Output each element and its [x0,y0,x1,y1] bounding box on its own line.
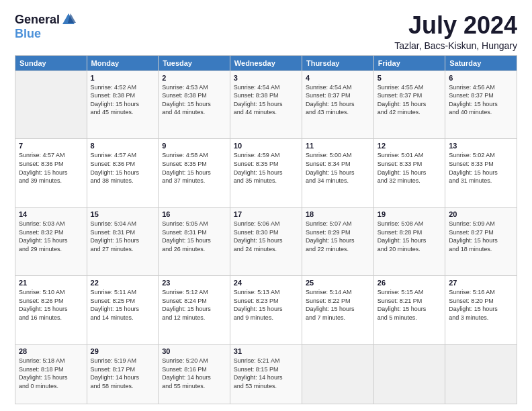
day-info: Sunrise: 5:13 AM Sunset: 8:23 PM Dayligh… [234,288,298,322]
day-info: Sunrise: 5:19 AM Sunset: 8:17 PM Dayligh… [91,357,155,390]
weekday-header-monday: Monday [87,55,159,71]
calendar-cell: 22Sunrise: 5:11 AM Sunset: 8:25 PM Dayli… [87,276,159,345]
day-number: 16 [162,210,226,218]
day-info: Sunrise: 5:15 AM Sunset: 8:21 PM Dayligh… [378,288,441,322]
logo-general-text: General [15,13,60,27]
day-info: Sunrise: 4:53 AM Sunset: 8:38 PM Dayligh… [162,83,226,117]
day-info: Sunrise: 5:12 AM Sunset: 8:24 PM Dayligh… [162,288,226,322]
day-number: 13 [449,142,513,150]
day-info: Sunrise: 4:55 AM Sunset: 8:37 PM Dayligh… [378,83,441,117]
day-info: Sunrise: 5:07 AM Sunset: 8:29 PM Dayligh… [306,220,370,253]
calendar-cell [302,344,373,404]
day-number: 1 [91,74,155,82]
calendar-cell: 5Sunrise: 4:55 AM Sunset: 8:37 PM Daylig… [373,71,445,139]
calendar-cell: 19Sunrise: 5:08 AM Sunset: 8:28 PM Dayli… [373,208,445,276]
calendar-cell: 3Sunrise: 4:54 AM Sunset: 8:38 PM Daylig… [230,71,302,139]
calendar-cell: 2Sunrise: 4:53 AM Sunset: 8:38 PM Daylig… [159,71,230,139]
calendar-cell: 26Sunrise: 5:15 AM Sunset: 8:21 PM Dayli… [373,276,445,345]
day-info: Sunrise: 5:10 AM Sunset: 8:26 PM Dayligh… [19,288,83,322]
day-info: Sunrise: 5:18 AM Sunset: 8:18 PM Dayligh… [19,357,83,390]
calendar-cell: 4Sunrise: 4:54 AM Sunset: 8:37 PM Daylig… [302,71,373,139]
calendar-cell: 18Sunrise: 5:07 AM Sunset: 8:29 PM Dayli… [302,208,373,276]
day-info: Sunrise: 4:57 AM Sunset: 8:36 PM Dayligh… [91,151,155,185]
header-right: July 2024 Tazlar, Bacs-Kiskun, Hungary [394,12,517,51]
day-number: 7 [19,142,83,150]
day-number: 2 [162,74,226,82]
calendar-cell: 12Sunrise: 5:01 AM Sunset: 8:33 PM Dayli… [373,139,445,208]
day-info: Sunrise: 5:11 AM Sunset: 8:25 PM Dayligh… [91,288,155,322]
calendar-cell: 13Sunrise: 5:02 AM Sunset: 8:33 PM Dayli… [445,139,517,208]
day-info: Sunrise: 5:09 AM Sunset: 8:27 PM Dayligh… [449,220,513,253]
day-number: 25 [306,279,370,287]
calendar-cell: 11Sunrise: 5:00 AM Sunset: 8:34 PM Dayli… [302,139,373,208]
calendar-cell: 20Sunrise: 5:09 AM Sunset: 8:27 PM Dayli… [445,208,517,276]
calendar-cell: 17Sunrise: 5:06 AM Sunset: 8:30 PM Dayli… [230,208,302,276]
day-info: Sunrise: 5:03 AM Sunset: 8:32 PM Dayligh… [19,220,83,253]
day-info: Sunrise: 5:00 AM Sunset: 8:34 PM Dayligh… [306,151,370,185]
calendar-cell: 15Sunrise: 5:04 AM Sunset: 8:31 PM Dayli… [87,208,159,276]
day-info: Sunrise: 4:54 AM Sunset: 8:37 PM Dayligh… [306,83,370,117]
day-number: 9 [162,142,226,150]
logo-blue-text: Blue [15,27,41,41]
calendar-cell: 6Sunrise: 4:56 AM Sunset: 8:37 PM Daylig… [445,71,517,139]
day-info: Sunrise: 4:52 AM Sunset: 8:38 PM Dayligh… [91,83,155,117]
day-info: Sunrise: 5:05 AM Sunset: 8:31 PM Dayligh… [162,220,226,253]
calendar-cell: 8Sunrise: 4:57 AM Sunset: 8:36 PM Daylig… [87,139,159,208]
weekday-header-sunday: Sunday [15,55,87,71]
header: General Blue July 2024 Tazlar, Bacs-Kisk… [15,12,517,51]
logo-icon [61,12,76,27]
day-number: 3 [234,74,298,82]
weekday-header-thursday: Thursday [302,55,373,71]
day-number: 20 [449,210,513,218]
day-info: Sunrise: 5:14 AM Sunset: 8:22 PM Dayligh… [306,288,370,322]
day-number: 27 [449,279,513,287]
calendar-cell: 9Sunrise: 4:58 AM Sunset: 8:35 PM Daylig… [159,139,230,208]
day-info: Sunrise: 5:21 AM Sunset: 8:15 PM Dayligh… [234,357,298,390]
day-number: 18 [306,210,370,218]
page: General Blue July 2024 Tazlar, Bacs-Kisk… [0,0,532,411]
day-number: 12 [378,142,441,150]
calendar-cell: 10Sunrise: 4:59 AM Sunset: 8:35 PM Dayli… [230,139,302,208]
day-number: 10 [234,142,298,150]
day-info: Sunrise: 5:02 AM Sunset: 8:33 PM Dayligh… [449,151,513,185]
weekday-header-row: SundayMondayTuesdayWednesdayThursdayFrid… [15,55,517,71]
calendar-cell: 16Sunrise: 5:05 AM Sunset: 8:31 PM Dayli… [159,208,230,276]
day-number: 28 [19,347,83,355]
calendar-cell [445,344,517,404]
day-number: 6 [449,74,513,82]
calendar-cell [373,344,445,404]
day-info: Sunrise: 4:57 AM Sunset: 8:36 PM Dayligh… [19,151,83,185]
day-number: 4 [306,74,370,82]
day-info: Sunrise: 5:16 AM Sunset: 8:20 PM Dayligh… [449,288,513,322]
calendar-cell: 7Sunrise: 4:57 AM Sunset: 8:36 PM Daylig… [15,139,87,208]
calendar-cell: 23Sunrise: 5:12 AM Sunset: 8:24 PM Dayli… [159,276,230,345]
calendar-cell [15,71,87,139]
day-info: Sunrise: 5:01 AM Sunset: 8:33 PM Dayligh… [378,151,441,185]
weekday-header-tuesday: Tuesday [159,55,230,71]
weekday-header-friday: Friday [373,55,445,71]
day-info: Sunrise: 5:04 AM Sunset: 8:31 PM Dayligh… [91,220,155,253]
calendar-cell: 1Sunrise: 4:52 AM Sunset: 8:38 PM Daylig… [87,71,159,139]
logo: General Blue [15,12,76,41]
month-title: July 2024 [394,12,517,39]
day-number: 14 [19,210,83,218]
calendar-cell: 28Sunrise: 5:18 AM Sunset: 8:18 PM Dayli… [15,344,87,404]
calendar-cell: 14Sunrise: 5:03 AM Sunset: 8:32 PM Dayli… [15,208,87,276]
day-number: 30 [162,347,226,355]
day-number: 11 [306,142,370,150]
day-number: 5 [378,74,441,82]
calendar-table: SundayMondayTuesdayWednesdayThursdayFrid… [15,55,517,404]
day-number: 8 [91,142,155,150]
day-number: 26 [378,279,441,287]
calendar-cell: 24Sunrise: 5:13 AM Sunset: 8:23 PM Dayli… [230,276,302,345]
day-number: 15 [91,210,155,218]
day-number: 21 [19,279,83,287]
day-info: Sunrise: 4:59 AM Sunset: 8:35 PM Dayligh… [234,151,298,185]
weekday-header-wednesday: Wednesday [230,55,302,71]
day-info: Sunrise: 4:58 AM Sunset: 8:35 PM Dayligh… [162,151,226,185]
day-number: 17 [234,210,298,218]
calendar-cell: 27Sunrise: 5:16 AM Sunset: 8:20 PM Dayli… [445,276,517,345]
day-number: 19 [378,210,441,218]
location: Tazlar, Bacs-Kiskun, Hungary [394,40,517,51]
day-info: Sunrise: 5:20 AM Sunset: 8:16 PM Dayligh… [162,357,226,390]
